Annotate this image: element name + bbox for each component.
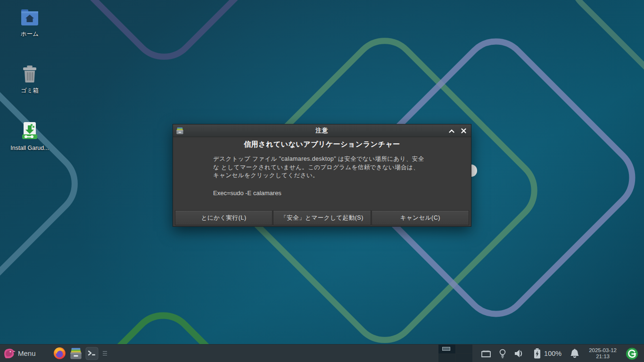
launcher-file-manager[interactable]	[68, 345, 84, 362]
clock-date: 2025-03-12	[589, 347, 617, 354]
launcher-terminal[interactable]	[84, 345, 100, 362]
file-manager-icon	[176, 127, 184, 135]
garuda-menu-icon	[3, 347, 16, 360]
panel-grip-icon[interactable]	[103, 351, 107, 355]
trash-icon	[21, 65, 39, 83]
volume-icon	[514, 349, 525, 358]
file-manager-icon	[69, 347, 83, 360]
desktop-icon-label: Install Garud...	[10, 145, 49, 151]
workspace-2[interactable]	[456, 345, 473, 354]
firefox-icon	[53, 347, 66, 360]
dialog-button-row: とにかく実行(L) 「安全」とマークして起動(S) キャンセル(C)	[175, 210, 469, 225]
cancel-button[interactable]: キャンセル(C)	[372, 210, 469, 225]
workspace-1[interactable]	[438, 345, 455, 354]
workspace-4[interactable]	[456, 354, 473, 362]
battery-tray-item[interactable]: 100%	[533, 348, 561, 359]
desktop-icon-installer[interactable]: Install Garud...	[7, 122, 52, 151]
update-notifier-tray-item[interactable]	[626, 347, 638, 360]
workspace-window-thumbnail	[442, 347, 450, 351]
taskbar: Menu	[0, 344, 644, 362]
dialog-message-line: デスクトップ ファイル "calamares.desktop" は安全でない場所…	[213, 155, 424, 164]
dialog-exec-line: Exec=sudo -E calamares	[213, 189, 281, 197]
mark-safe-and-launch-button[interactable]: 「安全」とマークして起動(S)	[273, 210, 371, 225]
folder-home-icon	[20, 8, 39, 26]
desktop-icon-trash[interactable]: ゴミ箱	[7, 65, 52, 94]
applications-menu-button[interactable]: Menu	[0, 345, 40, 362]
battery-percent-label: 100%	[544, 350, 561, 357]
lightbulb-icon	[499, 349, 506, 359]
desktop-icon-label: ゴミ箱	[21, 87, 39, 94]
installer-icon	[20, 122, 39, 140]
network-tray-item[interactable]	[481, 349, 491, 358]
terminal-icon	[85, 347, 99, 360]
clock-time: 21:13	[589, 354, 617, 360]
dialog-heading: 信用されていないアプリケーションランチャー	[173, 140, 471, 149]
taskbar-right: 100% 2025-03-12 21:13	[438, 345, 644, 362]
close-button[interactable]	[460, 127, 467, 135]
dialog-message-line: キャンセルをクリックしてください。	[213, 172, 424, 180]
volume-tray-item[interactable]	[514, 349, 525, 358]
workspace-switcher[interactable]	[438, 345, 472, 362]
shade-button[interactable]	[448, 127, 455, 135]
close-icon	[461, 128, 466, 133]
dialog-titlebar[interactable]: 注意	[173, 124, 471, 137]
dialog-message-line: な としてマークされていません。このプログラムを信頼できない場合は、	[213, 164, 424, 172]
clock[interactable]: 2025-03-12 21:13	[588, 347, 618, 360]
dialog-message: デスクトップ ファイル "calamares.desktop" は安全でない場所…	[213, 155, 424, 180]
wallpaper-diamond-steel	[0, 10, 92, 357]
desktop-icon-label: ホーム	[21, 31, 39, 37]
chevron-up-icon	[449, 129, 454, 133]
system-tray: 100% 2025-03-12 21:13	[472, 347, 644, 360]
display-power-tray-item[interactable]	[499, 349, 506, 359]
menu-label: Menu	[18, 349, 36, 357]
battery-icon	[533, 348, 541, 359]
network-icon	[481, 349, 491, 358]
notifications-tray-item[interactable]	[570, 348, 580, 359]
launcher-firefox[interactable]	[52, 345, 68, 362]
notifications-bell-icon	[570, 348, 580, 359]
dialog-title: 注意	[173, 127, 471, 135]
warning-dialog: 注意 信用されていないアプリケーションランチャー デスクトップ ファイル "ca…	[173, 124, 471, 227]
launch-anyway-button[interactable]: とにかく実行(L)	[175, 210, 272, 225]
workspace-3[interactable]	[438, 354, 455, 362]
update-notifier-icon	[626, 347, 638, 360]
desktop-icon-home[interactable]: ホーム	[7, 8, 52, 37]
